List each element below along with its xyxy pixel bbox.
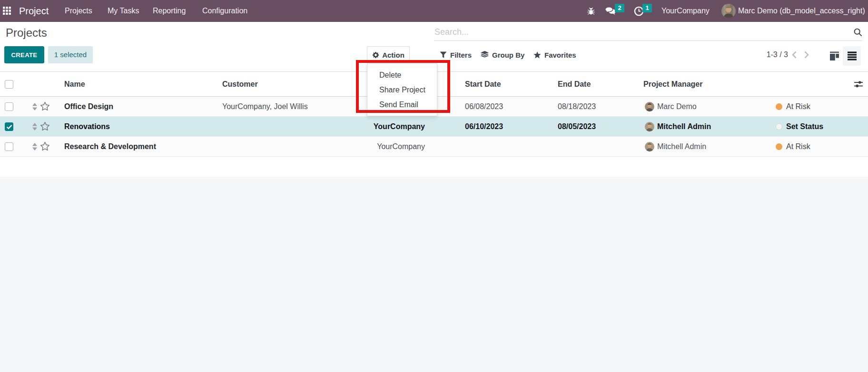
list-view-icon — [848, 51, 857, 60]
menu-item-delete[interactable]: Delete — [367, 68, 437, 82]
row-checkbox[interactable] — [5, 102, 13, 111]
page-title: Projects — [6, 26, 47, 40]
user-avatar[interactable] — [721, 4, 736, 18]
top-navbar: Project Projects My Tasks Reporting Conf… — [0, 0, 868, 22]
cell-end-date: 08/05/2023 — [558, 117, 596, 137]
column-header-name[interactable]: Name — [64, 72, 85, 97]
favorite-star-icon[interactable] — [40, 101, 50, 111]
nav-menu-reporting[interactable]: Reporting — [153, 0, 186, 22]
optional-columns-icon[interactable] — [854, 80, 863, 89]
cell-start-date: 06/10/2023 — [465, 117, 503, 137]
row-checkbox[interactable] — [5, 142, 13, 151]
cell-start-date: 06/08/2023 — [465, 97, 503, 117]
nav-menu-projects[interactable]: Projects — [65, 0, 92, 22]
action-dropdown-menu: Delete Share Project Send Email — [367, 63, 437, 116]
status-dot[interactable] — [776, 103, 782, 110]
column-header-end-date[interactable]: End Date — [558, 72, 591, 97]
favorites-button[interactable]: Favorites — [533, 46, 576, 63]
search-input[interactable] — [434, 25, 844, 39]
table-empty-area — [0, 157, 868, 177]
menu-item-send-email[interactable]: Send Email — [367, 97, 437, 112]
drag-handle-icon[interactable] — [32, 143, 38, 151]
row-checkbox-checked[interactable] — [5, 122, 13, 131]
filter-funnel-icon — [440, 51, 447, 59]
view-switch-kanban[interactable] — [828, 50, 840, 62]
pager-next-icon[interactable] — [803, 50, 810, 59]
page-background — [0, 177, 868, 372]
app-name[interactable]: Project — [19, 0, 49, 22]
favorite-star-icon[interactable] — [40, 141, 50, 151]
cell-customer: YourCompany — [377, 137, 425, 157]
nav-menu-configuration[interactable]: Configuration — [202, 0, 247, 22]
debug-bug-icon[interactable] — [587, 0, 595, 22]
search-icon[interactable] — [854, 28, 862, 37]
manager-avatar — [645, 102, 654, 111]
pager-range: 1-3 / 3 — [758, 46, 788, 63]
cell-status[interactable]: At Risk — [786, 137, 810, 157]
cell-customer: YourCompany — [374, 117, 425, 137]
cell-status[interactable]: Set Status — [786, 117, 823, 137]
favorite-star-icon[interactable] — [40, 121, 50, 131]
apps-grid-icon[interactable] — [3, 7, 11, 15]
cell-customer: YourCompany, Joel Willis — [222, 97, 308, 117]
cell-end-date: 08/18/2023 — [558, 97, 596, 117]
favorites-star-icon — [533, 51, 541, 59]
odoo-project-list-screen: Project Projects My Tasks Reporting Conf… — [0, 0, 868, 372]
cell-project-manager: Mitchell Admin — [657, 137, 706, 157]
table-row-renovations[interactable]: Renovations YourCompany 06/10/2023 08/05… — [0, 117, 868, 137]
cell-name: Renovations — [64, 117, 110, 137]
activities-count-badge[interactable]: 1 — [642, 4, 652, 12]
view-switch-list[interactable] — [843, 46, 861, 66]
cell-name: Research & Development — [64, 137, 156, 157]
search-options-bar: Filters Group By Favorites 1-3 / 3 — [0, 46, 868, 63]
menu-item-share-project[interactable]: Share Project — [367, 82, 437, 97]
status-dot[interactable] — [776, 123, 782, 130]
kanban-view-icon — [830, 51, 839, 60]
user-menu[interactable]: Marc Demo (db_model_access_right) — [738, 0, 865, 22]
layers-icon — [481, 51, 489, 59]
cell-project-manager: Marc Demo — [657, 97, 697, 117]
select-all-checkbox[interactable] — [5, 80, 13, 89]
group-by-button[interactable]: Group By — [481, 46, 524, 63]
pager-previous-icon[interactable] — [791, 50, 798, 59]
status-dot[interactable] — [776, 143, 782, 150]
filters-button[interactable]: Filters — [440, 46, 472, 63]
search-bar — [434, 22, 862, 41]
column-header-project-manager[interactable]: Project Manager — [643, 72, 702, 97]
company-switcher[interactable]: YourCompany — [661, 0, 710, 22]
cell-project-manager: Mitchell Admin — [657, 117, 711, 137]
column-header-start-date[interactable]: Start Date — [465, 72, 501, 97]
table-row-research-development[interactable]: Research & Development YourCompany Mitch… — [0, 137, 868, 157]
drag-handle-icon[interactable] — [32, 103, 38, 111]
manager-avatar — [645, 142, 654, 151]
cell-status[interactable]: At Risk — [786, 97, 810, 117]
column-header-customer[interactable]: Customer — [222, 72, 258, 97]
checkmark-icon — [6, 124, 12, 130]
nav-menu-my-tasks[interactable]: My Tasks — [108, 0, 139, 22]
messages-count-badge[interactable]: 2 — [615, 4, 624, 12]
manager-avatar — [645, 122, 654, 131]
drag-handle-icon[interactable] — [32, 123, 38, 131]
cell-name: Office Design — [64, 97, 113, 117]
